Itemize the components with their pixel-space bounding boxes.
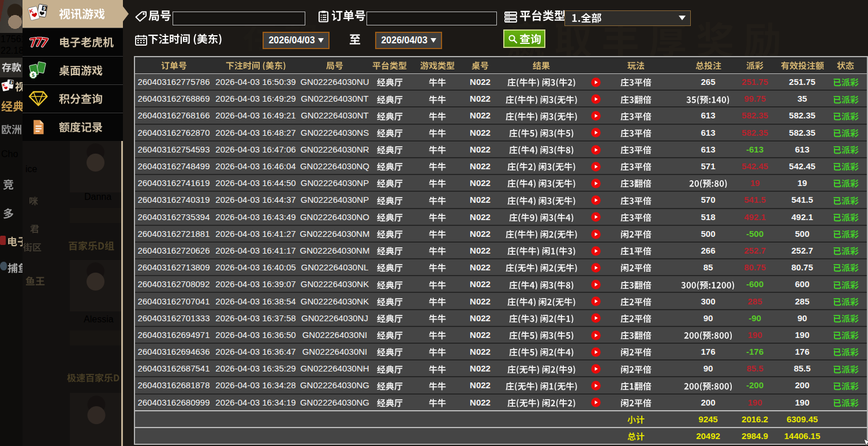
svg-text:$: $ xyxy=(32,72,35,78)
